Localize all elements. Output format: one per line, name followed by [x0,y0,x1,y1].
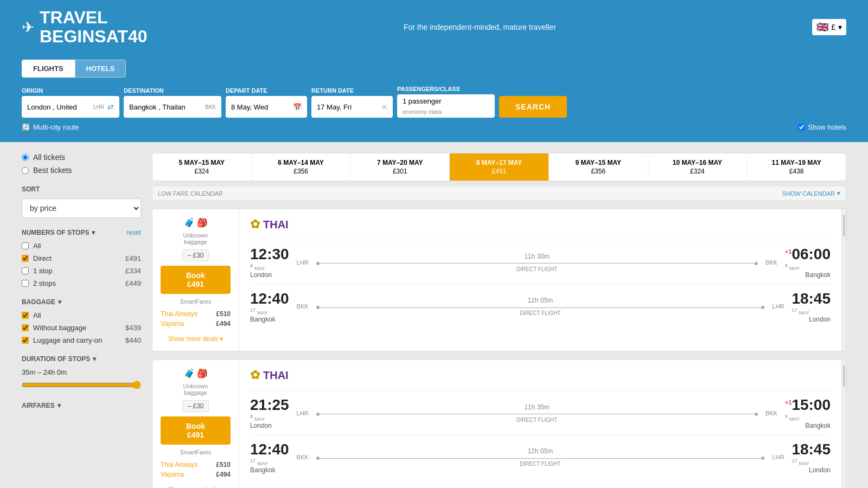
date-cell-0[interactable]: 5 MAY–15 MAY £324 [152,153,252,181]
baggage-all-option[interactable]: All [22,311,141,319]
stop-all-option[interactable]: All [22,242,141,250]
deal-row-0-0: Thai Airways £510 [161,309,231,319]
plane-icon: ✈ [22,18,34,36]
date-cell-4[interactable]: 9 MAY–15 MAY £356 [549,153,648,181]
chevron-down-icon: ▾ [93,355,96,363]
swap-icon[interactable]: ⇄ [107,102,114,111]
provider-1: SmartFares [180,449,211,455]
flight-line-1: 11h 35m DIRECT FLIGHT [316,403,758,423]
baggage-luggage-option[interactable]: Luggage and carry-on $440 [22,336,141,344]
depart-field[interactable]: 📅 [226,96,307,118]
sidebar: All tickets Best tickets SORT by price N… [22,153,141,488]
return-origin-code-0: BKK [295,303,311,310]
deal-name-0-0[interactable]: Thai Airways [161,310,197,318]
dest-group: DESTINATION BKK [124,87,221,118]
inbound-row-1: 12:40 17 MAY Bangkok BKK 12h 05m DIRECT … [250,435,831,479]
origin-code-0: LHR [295,259,311,266]
best-tickets-option[interactable]: Best tickets [22,166,141,175]
stop-1-option[interactable]: 1 stop £334 [22,267,141,275]
baggage-without-option[interactable]: Without baggage $439 [22,324,141,332]
chevron-down-icon: ▾ [837,190,840,197]
baggage-without-checkbox[interactable] [22,324,29,331]
header: ✈ TRAVEL BEGINSAT40 For the independent-… [0,0,868,54]
deal-price-1-0: £510 [216,461,231,468]
pax-field[interactable]: 1 passenger economy class [397,94,495,118]
search-fields: ORIGIN LHR ⇄ DESTINATION BKK DEPART DATE… [22,86,846,118]
date-cell-5[interactable]: 10 MAY–16 MAY £324 [648,153,748,181]
all-tickets-option[interactable]: All tickets [22,153,141,162]
low-fare-bar: LOW FARE CALENDAR SHOW CALENDAR ▾ [152,187,846,201]
depart-label: DEPART DATE [226,87,307,94]
return-input[interactable] [317,103,378,111]
show-more-1[interactable]: Show more deals ▾ [168,486,224,488]
tab-flights[interactable]: FLIGHTS [22,60,75,78]
deal-name-1-0[interactable]: Thai Airways [161,461,197,468]
return-field[interactable]: ✕ [311,96,393,118]
dot-icon [755,262,758,265]
book-button-1[interactable]: Book£491 [161,416,231,445]
stop-2-option[interactable]: 2 stops £449 [22,279,141,287]
origin-code-1: LHR [295,410,311,416]
duration-title: DURATION OF STOPS ▾ [22,355,141,363]
dest-code: BKK [205,104,216,110]
baggage-icons: 🧳 🎒 [184,217,208,228]
duration-slider[interactable] [22,381,141,389]
dest-code-0: BKK [763,259,780,266]
multi-city-link[interactable]: 🔄 Multi-city route [22,123,79,131]
deal-name-0-1[interactable]: Vayama [161,320,184,328]
best-tickets-radio[interactable] [22,167,29,174]
origin-input[interactable] [27,103,88,111]
deal-name-1-1[interactable]: Vayama [161,471,184,478]
baggage-title: BAGGAGE ▾ [22,298,141,306]
all-tickets-radio[interactable] [22,154,29,161]
duration-range: 35m – 24h 0m [22,368,141,376]
depart-input[interactable] [231,103,290,111]
show-hotels-checkbox[interactable] [798,124,805,131]
stop-direct-checkbox[interactable] [22,255,29,262]
stop-2-checkbox[interactable] [22,280,29,287]
dest-label: DESTINATION [124,87,221,94]
show-hotels-option[interactable]: Show hotels [798,123,846,131]
baggage-all-checkbox[interactable] [22,312,29,319]
scroll-thumb [843,215,845,236]
reset-link[interactable]: reset [126,229,141,236]
pax-class: economy class [403,108,442,115]
arrive-time-1: +115:00 9 MAY Bangkok [785,396,831,429]
flight-card-0: 🧳 🎒 Unknownbaggage – £30 Book£491 SmartF… [152,209,846,351]
results: 5 MAY–15 MAY £324 6 MAY–14 MAY £356 7 MA… [152,153,846,488]
stop-direct-option[interactable]: Direct £491 [22,254,141,262]
card-left-0: 🧳 🎒 Unknownbaggage – £30 Book£491 SmartF… [152,209,239,351]
date-cell-1[interactable]: 6 MAY–14 MAY £356 [252,153,351,181]
clear-icon[interactable]: ✕ [381,103,387,111]
airfares-section: AIRFARES ▾ [22,402,141,409]
chevron-down-icon: ▾ [220,486,223,488]
baggage-luggage-checkbox[interactable] [22,337,29,344]
logo-text: TRAVEL BEGINSAT40 [40,8,148,46]
tab-hotels[interactable]: HOTELS [75,60,126,78]
deals-list-0: Thai Airways £510 Vayama £494 [161,309,231,329]
chevron-down-icon: ▾ [838,23,842,31]
backpack-icon: 🎒 [197,217,208,228]
show-calendar-link[interactable]: SHOW CALENDAR ▾ [782,190,840,197]
date-cell-6[interactable]: 11 MAY–19 MAY £438 [747,153,846,181]
date-cell-3[interactable]: 8 MAY–17 MAY £491 [450,153,549,181]
low-fare-label: LOW FARE CALENDAR [158,190,223,197]
refresh-icon: 🔄 [22,123,30,131]
stop-1-checkbox[interactable] [22,267,29,274]
depart-time-0: 12:30 8 MAY London [250,246,289,279]
stop-all-checkbox[interactable] [22,242,29,249]
pax-group: PASSENGERS/CLASS 1 passenger economy cla… [397,86,495,118]
date-cell-2[interactable]: 7 MAY–20 MAY £301 [350,153,450,181]
origin-field[interactable]: LHR ⇄ [22,96,119,118]
baggage-icons: 🧳 🎒 [184,368,208,378]
dest-field[interactable]: BKK [124,96,221,118]
currency-selector[interactable]: 🇬🇧 £ ▾ [812,19,846,35]
show-more-0[interactable]: Show more deals ▾ [168,335,224,343]
sort-select[interactable]: by price [22,198,141,218]
calendar-icon: 📅 [293,103,302,111]
card-right-0: ✿ THAI 12:30 8 MAY London LHR 11h 30m [239,209,841,351]
dest-input[interactable] [129,103,200,111]
return-label: RETURN DATE [311,87,393,94]
search-button[interactable]: SEARCH [499,96,567,118]
book-button-0[interactable]: Book£491 [161,266,231,294]
